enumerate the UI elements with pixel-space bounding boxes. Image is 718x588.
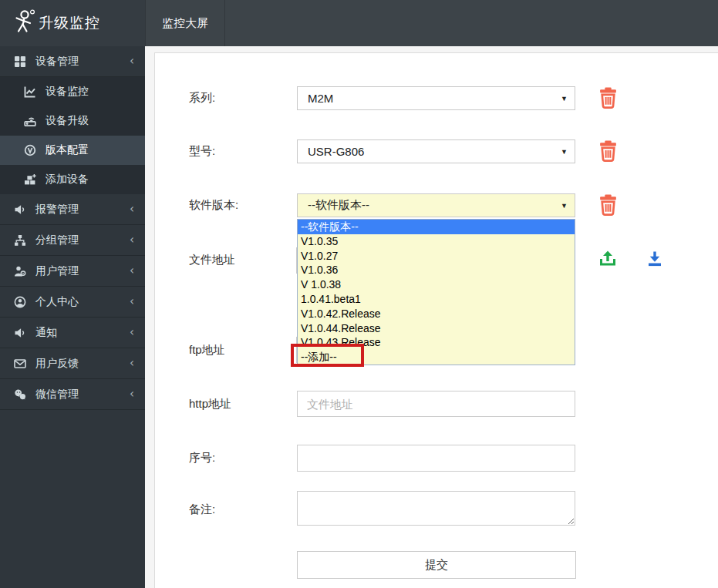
dropdown-option[interactable]: V1.0.27 <box>298 249 575 264</box>
model-select[interactable]: USR-G806 ▼ <box>297 139 575 163</box>
sidebar-item-user-management[interactable]: 用户管理 ‹ <box>0 256 145 287</box>
dropdown-option[interactable]: 1.0.41.beta1 <box>298 292 575 307</box>
sidebar-item-wechat-management[interactable]: 微信管理 ‹ <box>0 379 145 410</box>
user-gear-icon <box>14 265 28 277</box>
device-upgrade-icon <box>24 115 38 127</box>
sidebar-item-notifications[interactable]: 通知 ‹ <box>0 318 145 348</box>
grid-icon <box>14 55 28 68</box>
dropdown-option[interactable]: V1.0.44.Release <box>298 321 575 336</box>
dropdown-option[interactable]: V1.0.43.Release <box>298 335 575 350</box>
dropdown-option-add[interactable]: --添加-- <box>298 350 575 365</box>
remark-textarea[interactable] <box>297 491 575 526</box>
alarm-speaker-icon <box>14 203 28 216</box>
person-logo-icon <box>9 8 37 38</box>
add-device-icon <box>24 173 38 186</box>
dropdown-option[interactable]: V 1.0.38 <box>298 277 575 292</box>
chevron-left-icon: ‹ <box>130 234 134 246</box>
http-address-input[interactable] <box>297 391 575 417</box>
chevron-left-icon: ‹ <box>130 55 134 67</box>
select-arrow-icon: ▼ <box>561 95 568 102</box>
model-label: 型号: <box>189 143 215 159</box>
sidebar-item-personal-center[interactable]: 个人中心 ‹ <box>0 287 145 318</box>
chevron-left-icon: ‹ <box>130 388 134 400</box>
series-label: 系列: <box>189 90 215 106</box>
sitemap-icon <box>14 234 28 247</box>
dropdown-option[interactable]: V1.0.35 <box>298 234 575 249</box>
line-chart-icon <box>24 86 38 98</box>
submit-button[interactable]: 提交 <box>297 551 576 579</box>
upload-icon[interactable] <box>598 249 617 269</box>
chevron-left-icon: ‹ <box>130 358 134 369</box>
sidebar-item-group-management[interactable]: 分组管理 ‹ <box>0 225 145 256</box>
select-arrow-icon: ▼ <box>561 148 568 156</box>
wechat-icon <box>14 388 28 401</box>
app-title: 升级监控 <box>39 13 100 33</box>
chevron-left-icon: ‹ <box>130 327 134 338</box>
sidebar: 设备管理 ‹ 设备监控 设备升级 版本配置 <box>0 46 145 588</box>
remark-label: 备注: <box>189 502 215 517</box>
version-dropdown-list: --软件版本-- V1.0.35 V1.0.27 V1.0.36 V 1.0.3… <box>297 219 575 365</box>
sidebar-item-alarm-management[interactable]: 报警管理 ‹ <box>0 194 145 225</box>
sidebar-item-device-management[interactable]: 设备管理 ‹ <box>0 46 145 77</box>
sidebar-item-version-config[interactable]: 版本配置 <box>0 136 145 165</box>
chevron-left-icon: ‹ <box>130 203 134 215</box>
sidebar-item-device-upgrade[interactable]: 设备升级 <box>0 106 145 136</box>
dropdown-option[interactable]: V1.0.42.Release <box>298 307 575 321</box>
app-logo: 升级监控 <box>0 0 145 46</box>
header: 升级监控 监控大屏 <box>0 0 718 46</box>
download-icon[interactable] <box>646 249 664 269</box>
envelope-icon <box>14 358 28 370</box>
chevron-left-icon: ‹ <box>130 265 134 277</box>
ftp-address-label: ftp地址 <box>189 342 225 358</box>
delete-version-trash-icon[interactable] <box>598 194 618 216</box>
http-address-label: http地址 <box>189 396 231 412</box>
notice-speaker-icon <box>14 327 28 339</box>
sidebar-item-device-monitor[interactable]: 设备监控 <box>0 77 145 106</box>
series-select[interactable]: M2M ▼ <box>297 86 575 110</box>
chevron-left-icon: ‹ <box>130 296 134 307</box>
sidebar-item-add-device[interactable]: 添加设备 <box>0 165 145 194</box>
dropdown-option[interactable]: V1.0.36 <box>298 263 575 277</box>
serial-label: 序号: <box>189 450 215 465</box>
version-select[interactable]: --软件版本-- ▼ <box>297 193 575 217</box>
dropdown-option-selected[interactable]: --软件版本-- <box>298 220 575 234</box>
file-address-label: 文件地址 <box>189 252 235 267</box>
user-circle-icon <box>14 296 28 308</box>
select-arrow-icon: ▼ <box>561 202 568 210</box>
tab-monitor-dashboard[interactable]: 监控大屏 <box>145 0 225 46</box>
delete-model-trash-icon[interactable] <box>598 140 618 162</box>
version-circle-icon <box>24 144 38 156</box>
sidebar-item-user-feedback[interactable]: 用户反馈 ‹ <box>0 348 145 379</box>
version-label: 软件版本: <box>189 197 238 213</box>
serial-input[interactable] <box>297 445 575 472</box>
delete-series-trash-icon[interactable] <box>598 87 618 109</box>
